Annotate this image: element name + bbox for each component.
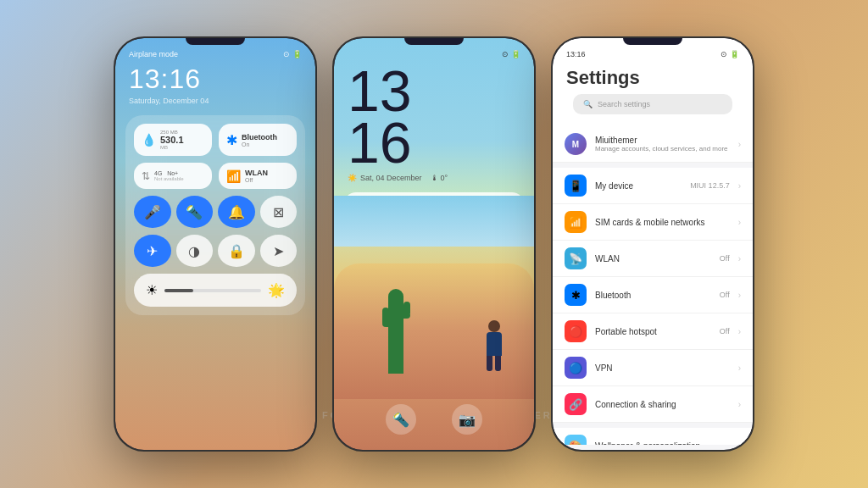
connection-text: Connection & sharing (595, 400, 730, 409)
profile-text: Miuithemer Manage accounts, cloud servic… (595, 136, 730, 152)
vpn-chevron: › (738, 363, 741, 373)
device-chevron: › (738, 181, 741, 191)
vpn-icon: 🔵 (565, 357, 587, 379)
control-row2: ⇅ 4G No+ Not available 📶 WLAN Off (134, 163, 297, 189)
bluetooth-tile[interactable]: ✱ Bluetooth On (219, 124, 297, 156)
data-info: 250 MB 530.1 MB (160, 130, 184, 150)
camera-lockscreen-button[interactable]: 📷 (452, 404, 482, 435)
phone2-lockscreen: ⊙ 🔋 13 16 ☀️ Sat, 04 December 🌡 0° 📱 Cha… (332, 36, 536, 452)
phone2-time: 13 16 (334, 62, 534, 169)
phone3-time: 13:16 (566, 50, 586, 58)
bt-label: Bluetooth (242, 133, 277, 141)
vpn-label: VPN (595, 363, 730, 373)
cactus-body (388, 289, 403, 374)
wallpaper-icon: 🎨 (565, 435, 587, 445)
data-unit: MB (160, 145, 184, 150)
data-value: 530.1 (160, 135, 184, 145)
wallpaper-chevron: › (738, 441, 741, 446)
bluetooth-settings-icon: ✱ (565, 284, 587, 306)
brightness-control[interactable]: ☀ 🌟 (134, 274, 297, 307)
desert-scene (334, 196, 534, 399)
mic-button[interactable]: 🎤 (134, 196, 171, 228)
wifi-tile[interactable]: 📶 WLAN Off (219, 163, 297, 189)
phone3-status-icons: ⊙ 🔋 (721, 50, 739, 58)
lockscreen-bottom-icons: 🔦 📷 (334, 404, 534, 435)
hotspot-chevron: › (738, 327, 741, 336)
control-row1: 💧 250 MB 530.1 MB ✱ Bluetooth On (134, 124, 297, 156)
hotspot-value: Off (720, 327, 730, 336)
brightness-fill (164, 289, 193, 292)
settings-item-connection[interactable]: 🔗 Connection & sharing › (553, 386, 753, 423)
flashlight-lockscreen-button[interactable]: 🔦 (386, 404, 416, 435)
avatar: M (565, 133, 587, 155)
phone1-status-bar: Airplane mode ⊙ 🔋 (115, 38, 315, 62)
data-usage-tile[interactable]: 💧 250 MB 530.1 MB (134, 124, 212, 156)
search-icon: 🔍 (583, 100, 593, 108)
hotspot-icon: 🔴 (565, 320, 587, 342)
settings-list: M Miuithemer Manage accounts, cloud serv… (553, 126, 753, 445)
settings-item-wallpaper[interactable]: 🎨 Wallpaper & personalization › (553, 428, 753, 445)
phone2-temp: 🌡 0° (431, 174, 448, 182)
wifi-text: WLAN Off (245, 169, 268, 183)
wifi-status: Off (245, 177, 268, 183)
sim-chevron: › (738, 218, 741, 227)
settings-item-wlan[interactable]: 📡 WLAN Off › (553, 241, 753, 277)
phone3-screen: 13:16 ⊙ 🔋 Settings 🔍 Search settings M M… (553, 38, 753, 450)
arrows-label: 4G No+ (154, 170, 184, 176)
phone1-status-icons: ⊙ 🔋 (283, 50, 302, 58)
wifi-icon: 📶 (226, 169, 241, 183)
drop-icon: 💧 (142, 133, 156, 147)
invert-button[interactable]: ◑ (176, 235, 214, 267)
settings-item-sim[interactable]: 📶 SIM cards & mobile networks › (553, 204, 753, 241)
arrows-text: 4G No+ Not available (154, 170, 184, 181)
connection-chevron: › (738, 400, 741, 409)
screen-record-button[interactable]: ⊠ (260, 196, 298, 228)
settings-item-hotspot[interactable]: 🔴 Portable hotspot Off › (553, 313, 753, 350)
device-label: My device (595, 181, 682, 191)
profile-name: Miuithemer (595, 136, 730, 145)
sim-icon: 📶 (565, 211, 587, 233)
bluetooth-settings-text: Bluetooth (595, 291, 711, 300)
wlan-text: WLAN (595, 254, 711, 263)
bell-button[interactable]: 🔔 (218, 196, 255, 228)
lock-button[interactable]: 🔒 (218, 235, 255, 267)
brightness-low-icon: ☀ (146, 282, 158, 298)
phone2-date-text: Sat, 04 December (360, 174, 422, 182)
location-button[interactable]: ➤ (260, 235, 298, 267)
settings-item-profile[interactable]: M Miuithemer Manage accounts, cloud serv… (553, 126, 753, 163)
settings-item-device[interactable]: 📱 My device MIUI 12.5.7 › (553, 168, 753, 204)
brightness-track (164, 289, 261, 292)
airplane-button[interactable]: ✈ (134, 235, 171, 267)
arrows-status: Not available (154, 176, 184, 181)
wlan-icon: 📡 (565, 247, 587, 269)
cactus-arm-right (400, 312, 410, 319)
person-head (488, 320, 500, 332)
bluetooth-settings-value: Off (720, 291, 730, 299)
control-buttons-row1: 🎤 🔦 🔔 ⊠ (134, 196, 297, 228)
phone2-min: 16 (348, 117, 520, 169)
phone1-status-left: Airplane mode (129, 50, 178, 58)
settings-item-bluetooth[interactable]: ✱ Bluetooth Off › (553, 277, 753, 313)
profile-sublabel: Manage accounts, cloud services, and mor… (595, 145, 730, 152)
person-figure (483, 320, 504, 375)
sim-text: SIM cards & mobile networks (595, 218, 730, 227)
settings-item-vpn[interactable]: 🔵 VPN › (553, 350, 753, 386)
bluetooth-chevron: › (738, 291, 741, 300)
person-body (487, 332, 502, 356)
settings-search[interactable]: 🔍 Search settings (573, 94, 732, 114)
sim-label: SIM cards & mobile networks (595, 218, 730, 227)
wifi-label: WLAN (245, 169, 268, 177)
device-icon: 📱 (565, 175, 587, 197)
person-leg-left (487, 356, 492, 371)
device-value: MIUI 12.5.7 (690, 181, 730, 190)
wlan-chevron: › (738, 254, 741, 263)
data-arrows-tile[interactable]: ⇅ 4G No+ Not available (134, 163, 212, 189)
flashlight-button[interactable]: 🔦 (176, 196, 214, 228)
arrows-icon: ⇅ (142, 170, 150, 182)
hotspot-label: Portable hotspot (595, 327, 711, 336)
phone3-settings: 13:16 ⊙ 🔋 Settings 🔍 Search settings M M… (551, 36, 754, 452)
wlan-value: Off (720, 254, 730, 263)
wallpaper-label: Wallpaper & personalization (595, 441, 730, 446)
phone2-hour: 13 (348, 65, 520, 117)
search-placeholder: Search settings (598, 100, 650, 108)
